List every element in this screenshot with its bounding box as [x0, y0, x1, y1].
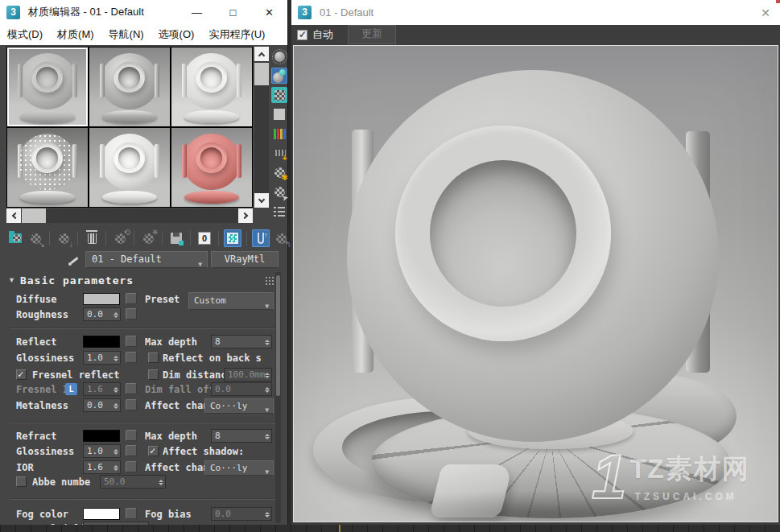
menu-material[interactable]: 材质(M) [57, 27, 94, 42]
slots-vertical-scrollbar[interactable] [254, 47, 269, 208]
material-map-navigator-icon[interactable] [271, 203, 287, 219]
ior-spinner[interactable]: 1.6 [83, 460, 121, 474]
reflect-glossiness-map-button[interactable] [126, 352, 137, 363]
abbe-number-checkbox[interactable] [16, 476, 27, 487]
reflect-color-swatch[interactable] [83, 336, 120, 348]
fresnel-ior-spinner[interactable]: 1.6 [83, 382, 121, 396]
material-slot-3[interactable] [171, 47, 252, 126]
material-id-channel-button[interactable]: 0 [196, 229, 213, 247]
roughness-map-button[interactable] [126, 308, 137, 320]
ior-map-button[interactable] [126, 461, 137, 472]
basic-parameters-rollout-header[interactable]: ▼ Basic parameters [3, 272, 282, 288]
refract-glossiness-spinner[interactable]: 1.0 [83, 444, 121, 458]
metalness-spinner[interactable]: 0.0 [83, 398, 121, 412]
reflect-on-back-checkbox[interactable] [148, 353, 159, 363]
go-to-parent-icon[interactable]: ↰ [272, 229, 290, 247]
horizontal-scroll-thumb[interactable] [22, 208, 46, 223]
assign-material-to-selection-icon[interactable]: ↓ [55, 229, 72, 247]
slots-horizontal-scrollbar[interactable] [6, 208, 253, 223]
show-shaded-material-in-viewport-icon[interactable] [224, 229, 241, 247]
scroll-down-button[interactable] [254, 193, 269, 208]
get-material-icon[interactable] [6, 229, 24, 247]
make-unique-icon[interactable]: ✳ [139, 229, 157, 247]
close-icon[interactable]: ✕ [761, 6, 770, 19]
chevron-right-icon [241, 212, 247, 219]
refract-map-button[interactable] [126, 430, 137, 441]
rollout-grip-icon [265, 276, 274, 285]
background-icon[interactable] [271, 87, 287, 103]
refract-max-depth-spinner[interactable]: 8 [211, 429, 272, 443]
refract-color-swatch[interactable] [83, 430, 120, 442]
diffuse-color-swatch[interactable] [83, 293, 120, 305]
material-slot-6[interactable] [171, 128, 252, 207]
affect-shadow-checkbox[interactable] [148, 446, 159, 456]
dim-distance-checkbox[interactable] [148, 369, 159, 380]
parameters-scrollbar[interactable] [275, 272, 281, 523]
fresnel-reflect-checkbox[interactable] [16, 369, 27, 380]
vertical-scroll-thumb[interactable] [254, 63, 269, 85]
refract-glossiness-map-button[interactable] [126, 445, 137, 456]
minimize-button[interactable]: — [179, 0, 215, 24]
refract-affect-channels-dropdown[interactable]: Co···ly▼ [204, 460, 274, 476]
backlight-icon[interactable] [271, 68, 287, 84]
roughness-spinner[interactable]: 0.0 [83, 307, 121, 321]
dim-falloff-spinner[interactable]: 0.0 [211, 382, 272, 396]
render-preview-window: 3 01 - Default ✕ 自动 更新 1 TZ素材网 TZSUCAI.C… [291, 0, 780, 525]
show-end-result-icon[interactable] [252, 229, 270, 247]
abbe-number-spinner[interactable]: 50.0 [100, 475, 166, 489]
menu-mode[interactable]: 模式(D) [7, 27, 43, 42]
affect-channels-dropdown[interactable]: Co···ly▼ [204, 398, 274, 414]
material-slot-5[interactable] [89, 128, 170, 207]
reset-material-icon[interactable] [83, 229, 101, 247]
fog-color-map-button[interactable] [126, 508, 137, 519]
sample-base [184, 191, 239, 204]
put-material-to-scene-icon[interactable]: ↘ [27, 229, 44, 247]
menu-navigation[interactable]: 导航(N) [109, 27, 144, 42]
scroll-left-button[interactable] [6, 208, 21, 223]
material-type-button[interactable]: VRayMtl [211, 251, 279, 268]
fresnel-ior-lock-button[interactable]: L [65, 383, 77, 395]
material-name-dropdown[interactable]: 01 - Default▼ [85, 251, 208, 268]
sample-uv-tiling-icon[interactable] [271, 106, 287, 122]
update-button[interactable]: 更新 [348, 25, 396, 44]
affect-shadow-label: Affect shadow: [163, 446, 244, 457]
refract-max-depth-label: Max depth [145, 431, 197, 442]
parameters-scroll-thumb[interactable] [276, 275, 280, 396]
3dsmax-logo-icon: 3 [298, 6, 312, 19]
reflect-glossiness-spinner[interactable]: 1.0 [83, 351, 121, 365]
dim-distance-spinner[interactable]: 100.0mm [224, 368, 272, 381]
reflect-map-button[interactable] [126, 336, 137, 347]
diffuse-map-button[interactable] [126, 293, 137, 304]
menu-utilities[interactable]: 实用程序(U) [208, 27, 265, 42]
pick-material-eyedropper-icon[interactable] [68, 253, 82, 267]
reflect-max-depth-spinner[interactable]: 8 [211, 335, 272, 348]
material-slot-2[interactable] [89, 47, 170, 126]
material-ball [347, 70, 719, 442]
scroll-right-button[interactable] [238, 208, 253, 223]
fog-color-swatch[interactable] [83, 508, 120, 520]
fog-bias-spinner[interactable]: 0.0 [211, 507, 272, 521]
menu-options[interactable]: 选项(O) [159, 27, 195, 42]
fresnel-ior-map-button[interactable] [126, 383, 137, 394]
material-slot-1[interactable] [7, 47, 88, 126]
3dsmax-logo-icon: 3 [6, 6, 20, 19]
watermark-url: TZSUCAI.COM [634, 491, 749, 502]
timeline-marker [339, 525, 340, 532]
put-to-library-icon[interactable] [167, 229, 185, 247]
maximize-button[interactable]: □ [215, 0, 251, 24]
material-slot-4[interactable] [7, 128, 88, 207]
make-preview-icon[interactable]: + [271, 145, 287, 161]
metalness-map-button[interactable] [126, 399, 137, 410]
rollout-open-icon: ▼ [8, 276, 15, 284]
video-color-check-icon[interactable] [271, 126, 287, 142]
select-by-material-icon[interactable]: ➤ [271, 184, 287, 200]
scroll-up-button[interactable] [254, 47, 269, 61]
close-button[interactable]: ✕ [251, 0, 287, 24]
auto-update-label: 自动 [312, 27, 333, 42]
make-material-copy-icon[interactable]: ⟲ [111, 229, 129, 247]
timeline-trackbar[interactable] [0, 525, 780, 532]
diffuse-label: Diffuse [16, 294, 57, 305]
sample-type-icon[interactable] [271, 48, 287, 64]
auto-update-checkbox[interactable] [297, 30, 307, 40]
options-icon[interactable]: ✱ [271, 164, 287, 180]
